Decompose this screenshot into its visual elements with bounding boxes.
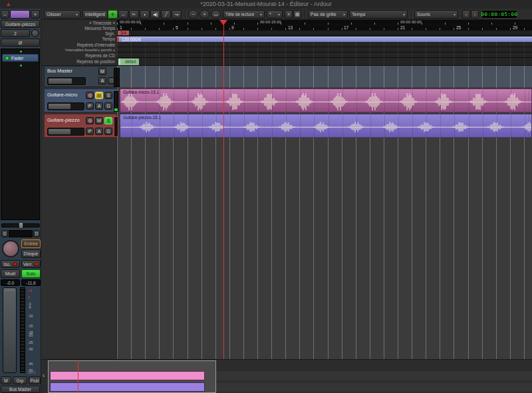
cut-tool-button[interactable]: ✂ bbox=[129, 10, 139, 19]
track-name-label[interactable]: Guitare-piezzo bbox=[47, 117, 80, 123]
audition-tool-button[interactable]: ◀) bbox=[150, 10, 160, 19]
summary-scroll-left-icon[interactable]: ‹ bbox=[43, 372, 45, 379]
strip-width-button[interactable]: ↔ bbox=[1, 10, 9, 19]
solo-isolate-button[interactable]: Iso. bbox=[1, 260, 20, 268]
grab-tool-button[interactable]: ✛ bbox=[108, 10, 118, 19]
ruler-label-location-markers[interactable]: Repères de position bbox=[76, 59, 115, 64]
processor-box[interactable]: Fader bbox=[1, 49, 40, 220]
track-header-guitare-micro[interactable]: Guitare-micro M S P A G bbox=[44, 88, 117, 112]
solo-lock-button[interactable]: Verr. bbox=[21, 260, 41, 268]
tempo-ruler[interactable]: 120,000/4 bbox=[117, 36, 532, 42]
summary-pane[interactable]: ‹ bbox=[41, 359, 532, 393]
edit-point-combo[interactable]: Souris▾ bbox=[414, 10, 458, 19]
meter-point-button[interactable]: Post bbox=[29, 376, 41, 384]
processor-fader-entry[interactable]: Fader bbox=[2, 54, 39, 62]
range-tool-button[interactable]: ↔ bbox=[118, 10, 128, 19]
grid-type-combo[interactable]: Temps▾ bbox=[349, 10, 408, 19]
start-marker[interactable]: début bbox=[118, 59, 139, 65]
rulers-canvas[interactable]: 00:00:00:0000:00:15:0000:00:30:00 159131… bbox=[117, 20, 532, 66]
region-guitare-micro[interactable]: Guitare-micro-15.1 bbox=[120, 88, 532, 112]
ruler-label-cd-markers[interactable]: Repères de CD bbox=[85, 53, 115, 58]
pan-handle[interactable] bbox=[19, 222, 23, 229]
playlist-button[interactable]: P bbox=[86, 102, 94, 110]
automation-button[interactable]: A bbox=[98, 77, 106, 84]
cd-markers-ruler[interactable] bbox=[117, 53, 532, 58]
ruler-label-loop-punch[interactable]: Intervalles bouclé/« punch » bbox=[65, 48, 115, 52]
measures-ruler[interactable]: 1591317212529 bbox=[117, 25, 532, 31]
track-header-bus-master[interactable]: Bus Master M A G bbox=[44, 66, 117, 87]
gain-fader[interactable] bbox=[3, 287, 17, 373]
playhead-marker-icon[interactable] bbox=[219, 20, 227, 25]
group-button[interactable]: Grp bbox=[13, 376, 27, 384]
mute-button[interactable]: Muet bbox=[1, 269, 20, 278]
mute-button[interactable]: M bbox=[95, 117, 103, 124]
input-button[interactable]: 2 bbox=[1, 29, 30, 37]
phase-invert-button[interactable]: Ø bbox=[1, 39, 40, 47]
record-arm-button[interactable] bbox=[86, 117, 94, 124]
track-header-guitare-piezzo[interactable]: Guitare-piezzo M S P A G bbox=[44, 114, 117, 138]
mute-button[interactable]: M bbox=[98, 68, 106, 75]
group-button[interactable]: G bbox=[104, 102, 112, 110]
stretch-tool-button[interactable]: ◗ bbox=[140, 10, 150, 19]
automation-button[interactable]: A bbox=[95, 128, 103, 135]
nudge-forward-button[interactable]: › bbox=[471, 10, 479, 19]
ruler-label-tempo[interactable]: Tempo bbox=[102, 37, 115, 41]
zoom-target-combo[interactable]: Tête de lecture▾ bbox=[223, 10, 265, 19]
zoom-focus-combo[interactable]: *▾ bbox=[267, 10, 283, 19]
nudge-clock[interactable]: 00:00:05:00 bbox=[481, 10, 517, 19]
zoom-focus-label: * bbox=[269, 12, 271, 17]
playlist-button[interactable]: P bbox=[86, 128, 94, 135]
ruler-label-signature[interactable]: Sign. bbox=[105, 31, 115, 36]
solo-button[interactable]: S bbox=[104, 117, 112, 124]
mute-button[interactable]: M bbox=[95, 92, 103, 99]
range-markers-ruler[interactable] bbox=[117, 42, 532, 47]
monitor-input-button[interactable]: Entrée bbox=[21, 239, 41, 248]
smart-mode-button[interactable]: Intelligent bbox=[82, 10, 108, 19]
edit-automation-tool-button[interactable]: ↝ bbox=[172, 10, 182, 19]
track-gain-fader[interactable] bbox=[47, 102, 84, 110]
draw-tool-button[interactable]: ╱ bbox=[161, 10, 171, 19]
zoom-fit-button[interactable]: ▭ bbox=[211, 10, 221, 19]
processor-active-led[interactable] bbox=[5, 56, 9, 61]
track-gain-fader[interactable] bbox=[47, 128, 84, 136]
playhead-line[interactable] bbox=[223, 20, 224, 359]
ruler-label-measures[interactable]: Mesures:Temps bbox=[84, 26, 115, 31]
record-arm-button[interactable] bbox=[86, 92, 94, 99]
signature-ruler[interactable]: 3/4 bbox=[117, 31, 532, 36]
ruler-label-ranges[interactable]: Repères d'intervalle bbox=[77, 43, 115, 47]
automation-button[interactable]: A bbox=[95, 102, 103, 110]
trim-knob-small[interactable] bbox=[31, 29, 39, 37]
monitor-disk-button[interactable]: Disque bbox=[21, 249, 41, 258]
solo-button[interactable]: S bbox=[104, 92, 112, 99]
region-guitare-piezzo[interactable]: Guitare-piezzo-15.1 bbox=[120, 114, 532, 138]
chevron-down-icon: ▾ bbox=[403, 12, 405, 17]
track-name-label[interactable]: Bus Master bbox=[47, 68, 72, 74]
ruler-label-timecode[interactable]: « Timecode » bbox=[89, 21, 115, 25]
hide-strip-button[interactable]: × bbox=[31, 10, 40, 19]
trim-knob[interactable] bbox=[2, 240, 19, 257]
time-signature-badge[interactable]: 3/4 bbox=[118, 31, 129, 35]
nudge-back-button[interactable]: ‹ bbox=[462, 10, 470, 19]
group-button[interactable]: G bbox=[104, 128, 112, 135]
peak-display[interactable]: -11,6 bbox=[21, 279, 41, 286]
track-name-label[interactable]: Guitare-micro bbox=[47, 92, 77, 98]
fit-tracks-button[interactable]: ≡ bbox=[285, 10, 293, 19]
strip-track-name-button[interactable]: Guitare-piezzo bbox=[1, 20, 40, 28]
timecode-ruler[interactable]: 00:00:00:0000:00:15:0000:00:30:00 bbox=[117, 20, 532, 25]
track-gain-fader[interactable] bbox=[47, 77, 86, 85]
pan-slider[interactable] bbox=[1, 223, 40, 227]
output-button[interactable]: Bus Master bbox=[1, 386, 40, 393]
mono-button[interactable]: M bbox=[1, 376, 11, 384]
zoom-in-button[interactable]: + bbox=[200, 10, 209, 19]
zoom-out-button[interactable]: − bbox=[188, 10, 198, 19]
solo-button[interactable]: Solo bbox=[21, 269, 41, 278]
save-visual-state-button[interactable]: ▤ bbox=[293, 10, 301, 19]
gain-display[interactable]: -0.0 bbox=[1, 279, 20, 286]
edit-mode-combo[interactable]: Glisser▾ bbox=[44, 10, 80, 19]
bus-master-lane[interactable] bbox=[117, 66, 532, 87]
loop-punch-ruler[interactable] bbox=[117, 47, 532, 53]
location-markers-ruler[interactable]: début bbox=[117, 58, 532, 66]
tempo-bar[interactable]: 120,000/4 bbox=[117, 37, 532, 42]
snap-mode-combo[interactable]: Pas de grille▾ bbox=[308, 10, 348, 19]
track-color-swatch[interactable] bbox=[10, 10, 30, 19]
